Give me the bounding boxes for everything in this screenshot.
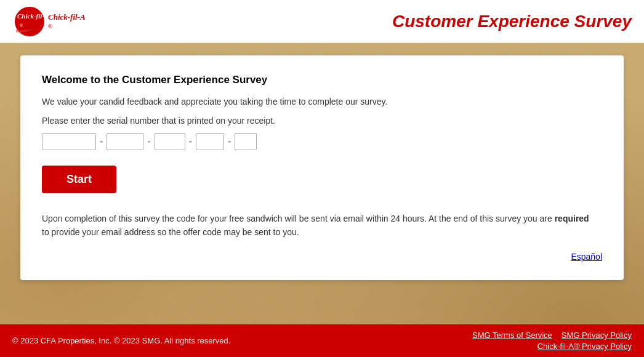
- completion-text-bold: required: [555, 214, 589, 223]
- start-button[interactable]: Start: [42, 166, 116, 193]
- chick-fil-a-logo: Chick-fil-A ® Chick-fil-A ®: [12, 6, 92, 37]
- svg-text:Chick-fil-A: Chick-fil-A: [17, 12, 49, 20]
- serial-input-4[interactable]: [196, 133, 224, 150]
- serial-input-row: - - - -: [42, 133, 602, 150]
- footer-copyright: © 2023 CFA Properties, Inc. © 2023 SMG. …: [12, 336, 230, 345]
- smg-terms-link[interactable]: SMG Terms of Service: [472, 331, 552, 340]
- serial-input-2[interactable]: [107, 133, 143, 150]
- espanol-link[interactable]: Español: [42, 252, 602, 262]
- svg-text:Chick-fil-A: Chick-fil-A: [48, 12, 86, 22]
- survey-card: Welcome to the Customer Experience Surve…: [20, 55, 624, 280]
- page-title: Customer Experience Survey: [392, 12, 632, 31]
- serial-dash-4: -: [227, 136, 232, 147]
- completion-text: Upon completion of this survey the code …: [42, 212, 596, 239]
- footer-link-row-1: SMG Terms of Service SMG Privacy Policy: [472, 331, 632, 340]
- svg-text:®: ®: [48, 23, 52, 30]
- cfa-privacy-link[interactable]: Chick-fil-A® Privacy Policy: [537, 342, 632, 351]
- footer-links: SMG Terms of Service SMG Privacy Policy …: [472, 331, 632, 351]
- completion-text-part2: to provide your email address so the off…: [42, 227, 299, 237]
- page-header: Chick-fil-A ® Chick-fil-A ® Customer Exp…: [0, 0, 644, 43]
- completion-text-part1: Upon completion of this survey the code …: [42, 214, 555, 223]
- serial-input-5[interactable]: [235, 133, 257, 150]
- serial-label: Please enter the serial number that is p…: [42, 116, 602, 126]
- welcome-title: Welcome to the Customer Experience Surve…: [42, 74, 602, 86]
- smg-privacy-link[interactable]: SMG Privacy Policy: [561, 331, 632, 340]
- serial-input-3[interactable]: [155, 133, 185, 150]
- serial-dash-1: -: [99, 136, 104, 147]
- main-content: Welcome to the Customer Experience Surve…: [0, 43, 644, 292]
- description-text: We value your candid feedback and apprec…: [42, 95, 602, 108]
- serial-dash-2: -: [146, 136, 151, 147]
- svg-text:®: ®: [20, 23, 23, 28]
- serial-input-1[interactable]: [42, 133, 96, 150]
- page-footer: © 2023 CFA Properties, Inc. © 2023 SMG. …: [0, 324, 644, 357]
- serial-dash-3: -: [188, 136, 193, 147]
- logo-area: Chick-fil-A ® Chick-fil-A ®: [12, 6, 92, 37]
- footer-link-row-2: Chick-fil-A® Privacy Policy: [537, 342, 632, 351]
